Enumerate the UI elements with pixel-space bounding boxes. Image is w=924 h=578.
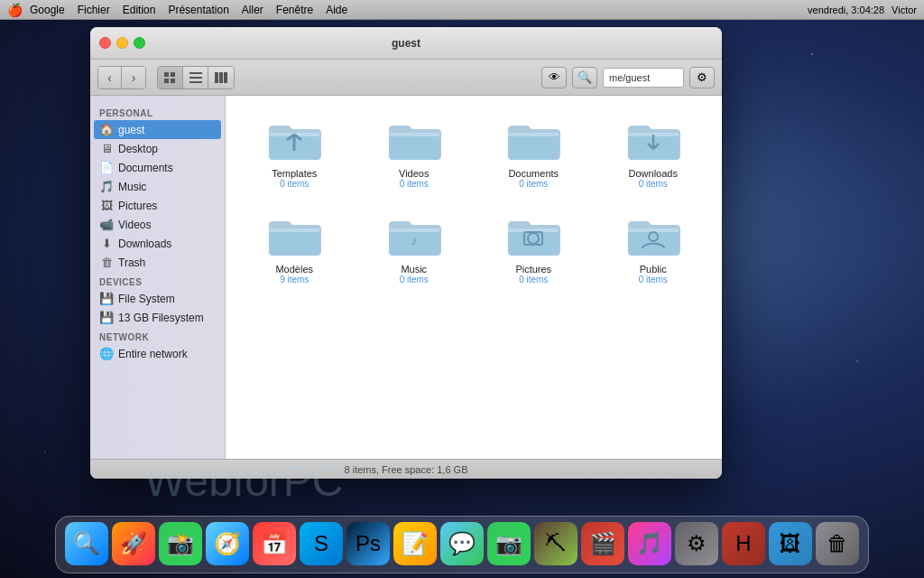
dock-item-msg[interactable]: 💬: [440, 522, 484, 565]
svg-rect-8: [219, 72, 223, 83]
menubar-right: vendredi, 3:04:28 Victor: [808, 5, 917, 15]
icon-view-button[interactable]: [158, 67, 183, 89]
sidebar-item-videos[interactable]: 📹 Videos: [90, 215, 225, 234]
sidebar-item-guest[interactable]: 🏠 guest: [94, 120, 221, 139]
file-count: 0 items: [519, 275, 548, 284]
menu-edition[interactable]: Edition: [123, 4, 156, 16]
toolbar: ‹ ›: [90, 60, 722, 96]
file-name: Pictures: [515, 264, 551, 275]
eye-button[interactable]: 👁: [541, 67, 567, 89]
file-item-mod-les[interactable]: Modèles 9 items: [239, 205, 350, 292]
dock-item-minecraft[interactable]: ⛏: [534, 522, 578, 565]
dock-item-sc[interactable]: 📸: [159, 522, 202, 565]
folder-icon: [385, 117, 443, 163]
file-count: 0 items: [400, 275, 429, 284]
sidebar-item-downloads[interactable]: ⬇ Downloads: [90, 234, 225, 253]
documents-icon: 📄: [99, 161, 114, 174]
dock-item-png[interactable]: 🖼: [769, 522, 812, 565]
forward-button[interactable]: ›: [122, 67, 145, 89]
file-item-templates[interactable]: Templates 0 items: [239, 109, 350, 196]
dock-item-skype[interactable]: S: [300, 522, 343, 565]
sidebar-item-desktop[interactable]: 🖥 Desktop: [90, 139, 225, 158]
videos-icon: 📹: [99, 218, 114, 231]
svg-rect-4: [189, 72, 202, 74]
downloads-icon: ⬇: [99, 237, 114, 250]
svg-rect-5: [189, 77, 202, 79]
gear-button[interactable]: ⚙: [689, 67, 715, 89]
sidebar-item-trash[interactable]: 🗑 Trash: [90, 253, 225, 272]
dock-item-facetime[interactable]: 📷: [487, 522, 531, 565]
folder-icon: [504, 117, 562, 163]
view-buttons: [157, 66, 235, 89]
dock-item-itunes[interactable]: 🎵: [628, 522, 671, 565]
file-count: 0 items: [639, 179, 668, 189]
dock-item-dvd[interactable]: 🎬: [581, 522, 624, 565]
title-bar: guest: [90, 27, 722, 60]
file-area: Templates 0 items Videos 0 items Documen…: [226, 96, 722, 459]
menu-aller[interactable]: Aller: [242, 4, 263, 16]
menubar-items: Google Fichier Edition Présentation Alle…: [30, 4, 347, 16]
maximize-button[interactable]: [134, 37, 145, 49]
list-view-button[interactable]: [183, 67, 208, 89]
file-item-music[interactable]: ♪ Music 0 items: [359, 205, 470, 292]
path-input[interactable]: [603, 68, 684, 88]
sidebar-item-pictures-label: Pictures: [118, 200, 157, 212]
menubar-datetime: vendredi, 3:04:28: [808, 5, 884, 15]
sidebar-item-desktop-label: Desktop: [118, 143, 158, 155]
file-count: 0 items: [400, 179, 429, 189]
back-button[interactable]: ‹: [98, 67, 122, 89]
file-item-public[interactable]: Public 0 items: [598, 205, 709, 292]
folder-icon: ♪: [385, 212, 443, 259]
sidebar-item-pictures[interactable]: 🖼 Pictures: [90, 196, 225, 215]
apple-menu[interactable]: 🍎: [7, 3, 23, 17]
content-area: Personal 🏠 guest 🖥 Desktop 📄 Documents 🎵…: [90, 96, 722, 459]
menu-fenetre[interactable]: Fenêtre: [276, 4, 313, 16]
svg-rect-1: [171, 72, 175, 77]
file-name: Music: [401, 264, 427, 275]
menu-fichier[interactable]: Fichier: [78, 4, 110, 16]
file-name: Public: [640, 264, 667, 275]
file-name: Modèles: [275, 264, 313, 275]
file-item-videos[interactable]: Videos 0 items: [359, 109, 470, 196]
menubar-user: Victor: [892, 5, 917, 15]
window-title: guest: [392, 37, 420, 50]
menu-aide[interactable]: Aide: [326, 4, 347, 16]
dock-item-finder[interactable]: 🔍: [65, 522, 108, 565]
dock-item-ps[interactable]: Ps: [346, 522, 390, 565]
sidebar-item-filesystem[interactable]: 💾 File System: [90, 289, 225, 308]
dock-item-safari[interactable]: 🧭: [206, 522, 249, 565]
minimize-button[interactable]: [116, 37, 128, 49]
dock-item-sysprefs[interactable]: ⚙: [675, 522, 718, 565]
svg-rect-6: [189, 81, 202, 83]
window-controls: [99, 37, 145, 49]
status-bar: 8 items, Free space: 1,6 GB: [90, 459, 722, 479]
dock-item-launchpad[interactable]: 🚀: [112, 522, 155, 565]
file-item-pictures[interactable]: Pictures 0 items: [478, 205, 589, 292]
menubar: 🍎 Google Fichier Edition Présentation Al…: [0, 0, 924, 20]
close-button[interactable]: [99, 37, 111, 49]
file-name: Downloads: [629, 168, 678, 179]
svg-rect-7: [215, 72, 218, 83]
sidebar-item-guest-label: guest: [118, 124, 144, 136]
dock-item-trash[interactable]: 🗑: [816, 522, 859, 565]
dock-item-hs[interactable]: H: [722, 522, 765, 565]
sidebar-item-documents[interactable]: 📄 Documents: [90, 158, 225, 177]
column-view-button[interactable]: [208, 67, 234, 89]
dock-item-notes[interactable]: 📝: [393, 522, 437, 565]
dock-item-cal[interactable]: 📅: [253, 522, 296, 565]
file-item-documents[interactable]: Documents 0 items: [478, 109, 589, 196]
finder-window: guest ‹ ›: [90, 27, 722, 479]
sidebar-item-documents-label: Documents: [118, 162, 173, 174]
file-name: Videos: [399, 168, 429, 179]
file-item-downloads[interactable]: Downloads 0 items: [598, 109, 709, 196]
dock: 🔍🚀📸🧭📅SPs📝💬📷⛏🎬🎵⚙H🖼🗑: [55, 516, 869, 573]
sidebar-item-music[interactable]: 🎵 Music: [90, 177, 225, 196]
folder-icon: [624, 117, 682, 163]
sidebar-item-network[interactable]: 🌐 Entire network: [90, 344, 225, 363]
menu-presentation[interactable]: Présentation: [168, 4, 228, 16]
filesystem13-icon: 💾: [99, 311, 114, 324]
search-button[interactable]: 🔍: [572, 67, 597, 89]
menu-google[interactable]: Google: [30, 4, 65, 16]
network-icon: 🌐: [99, 347, 114, 360]
sidebar-item-filesystem13[interactable]: 💾 13 GB Filesystem: [90, 308, 225, 327]
